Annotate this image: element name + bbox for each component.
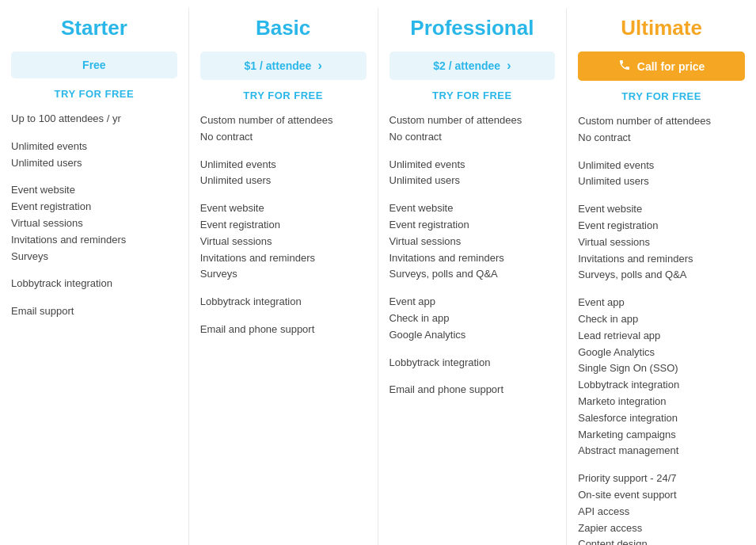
feature-item: Salesforce integration — [578, 410, 745, 427]
feature-item: No contract — [200, 129, 367, 146]
feature-item: Email support — [11, 303, 177, 320]
feature-group-basic-3: Lobbytrack integration — [200, 294, 367, 311]
feature-group-ultimate-2: Event websiteEvent registrationVirtual s… — [578, 201, 745, 284]
phone-icon — [618, 59, 631, 74]
feature-item: Lobbytrack integration — [389, 355, 556, 372]
arrow-icon: › — [317, 59, 321, 73]
feature-item: Custom number of attendees — [200, 112, 367, 129]
feature-group-starter-0: Up to 100 attendees / yr — [11, 111, 177, 128]
plan-col-basic: Basic$1 / attendee›TRY FOR FREECustom nu… — [189, 8, 378, 545]
feature-item: Surveys — [200, 266, 367, 283]
feature-group-professional-1: Unlimited eventsUnlimited users — [389, 157, 556, 190]
feature-group-starter-2: Event websiteEvent registrationVirtual s… — [11, 182, 177, 265]
plan-title-ultimate: Ultimate — [578, 16, 745, 40]
feature-group-ultimate-1: Unlimited eventsUnlimited users — [578, 158, 745, 191]
feature-item: API access — [578, 504, 745, 520]
plan-title-starter: Starter — [11, 16, 177, 40]
feature-item: Priority support - 24/7 — [578, 471, 745, 487]
price-label: Call for price — [637, 60, 705, 73]
feature-group-professional-2: Event websiteEvent registrationVirtual s… — [389, 200, 556, 283]
feature-item: No contract — [389, 129, 556, 146]
feature-item: Event website — [578, 201, 745, 218]
feature-item: Virtual sessions — [200, 234, 367, 250]
feature-item: Abstract management — [578, 443, 745, 459]
pricing-grid: StarterFreeTRY FOR FREEUp to 100 attende… — [0, 0, 756, 545]
feature-item: Event registration — [389, 217, 556, 234]
price-button-ultimate[interactable]: Call for price — [578, 51, 745, 81]
plan-col-professional: Professional$2 / attendee›TRY FOR FREECu… — [378, 8, 568, 545]
feature-group-ultimate-0: Custom number of attendeesNo contract — [578, 113, 745, 147]
feature-item: Invitations and reminders — [389, 250, 556, 267]
feature-item: Google Analytics — [578, 345, 745, 361]
feature-group-basic-4: Email and phone support — [200, 322, 367, 338]
feature-item: Unlimited events — [578, 158, 745, 174]
price-label: $2 / attendee — [433, 59, 500, 72]
feature-item: Event app — [389, 294, 556, 311]
try-free-starter[interactable]: TRY FOR FREE — [11, 88, 177, 100]
try-free-ultimate[interactable]: TRY FOR FREE — [578, 90, 745, 102]
feature-item: Unlimited users — [578, 173, 745, 190]
feature-item: Email and phone support — [389, 382, 556, 398]
feature-group-starter-3: Lobbytrack integration — [11, 276, 177, 292]
plan-title-basic: Basic — [200, 16, 367, 40]
feature-item: Surveys, polls and Q&A — [389, 266, 556, 283]
try-free-professional[interactable]: TRY FOR FREE — [389, 90, 556, 101]
plan-col-ultimate: UltimateCall for priceTRY FOR FREECustom… — [567, 8, 756, 545]
feature-item: Custom number of attendees — [578, 113, 745, 130]
feature-group-professional-5: Email and phone support — [389, 382, 556, 398]
feature-group-basic-1: Unlimited eventsUnlimited users — [200, 157, 367, 190]
feature-item: Unlimited events — [389, 157, 556, 173]
feature-group-professional-0: Custom number of attendeesNo contract — [389, 112, 556, 146]
feature-item: Unlimited users — [200, 173, 367, 189]
feature-item: Event website — [389, 200, 556, 217]
feature-item: Up to 100 attendees / yr — [11, 111, 177, 128]
feature-item: Lobbytrack integration — [200, 294, 367, 311]
feature-item: No contract — [578, 130, 745, 147]
feature-item: Check in app — [578, 311, 745, 328]
feature-item: Surveys, polls and Q&A — [578, 267, 745, 284]
feature-item: Invitations and reminders — [200, 250, 367, 267]
feature-item: Lobbytrack integration — [578, 377, 745, 394]
feature-item: Unlimited users — [389, 173, 556, 189]
price-button-professional[interactable]: $2 / attendee› — [389, 51, 556, 80]
feature-item: Event registration — [11, 199, 177, 215]
feature-item: Unlimited events — [200, 157, 367, 173]
feature-item: Lead retrieval app — [578, 328, 745, 345]
feature-item: Custom number of attendees — [389, 112, 556, 129]
feature-item: Email and phone support — [200, 322, 367, 338]
arrow-icon: › — [507, 59, 511, 73]
feature-item: Unlimited events — [11, 139, 177, 155]
price-button-basic[interactable]: $1 / attendee› — [200, 51, 367, 80]
feature-item: Virtual sessions — [11, 215, 177, 232]
feature-item: Marketo integration — [578, 394, 745, 410]
try-free-basic[interactable]: TRY FOR FREE — [200, 90, 367, 101]
feature-item: Marketing campaigns — [578, 427, 745, 444]
feature-item: Event registration — [578, 218, 745, 234]
plan-title-professional: Professional — [389, 16, 556, 40]
feature-group-starter-4: Email support — [11, 303, 177, 320]
feature-item: Invitations and reminders — [11, 232, 177, 249]
feature-item: Event website — [11, 182, 177, 199]
feature-item: Event registration — [200, 217, 367, 234]
feature-item: Content design — [578, 536, 745, 545]
feature-group-basic-2: Event websiteEvent registrationVirtual s… — [200, 200, 367, 283]
feature-item: On-site event support — [578, 487, 745, 504]
feature-group-ultimate-3: Event appCheck in appLead retrieval appG… — [578, 295, 745, 459]
feature-item: Single Sign On (SSO) — [578, 360, 745, 377]
feature-group-basic-0: Custom number of attendeesNo contract — [200, 112, 367, 146]
feature-item: Surveys — [11, 249, 177, 265]
feature-item: Event app — [578, 295, 745, 311]
feature-item: Google Analytics — [389, 327, 556, 344]
feature-group-ultimate-4: Priority support - 24/7On-site event sup… — [578, 471, 745, 545]
feature-item: Lobbytrack integration — [11, 276, 177, 292]
feature-item: Virtual sessions — [389, 234, 556, 250]
plan-col-starter: StarterFreeTRY FOR FREEUp to 100 attende… — [0, 8, 189, 545]
feature-group-professional-3: Event appCheck in appGoogle Analytics — [389, 294, 556, 343]
feature-group-professional-4: Lobbytrack integration — [389, 355, 556, 372]
feature-item: Check in app — [389, 311, 556, 327]
feature-group-starter-1: Unlimited eventsUnlimited users — [11, 139, 177, 172]
price-button-starter[interactable]: Free — [11, 51, 177, 78]
feature-item: Virtual sessions — [578, 234, 745, 251]
feature-item: Event website — [200, 200, 367, 217]
feature-item: Unlimited users — [11, 155, 177, 172]
